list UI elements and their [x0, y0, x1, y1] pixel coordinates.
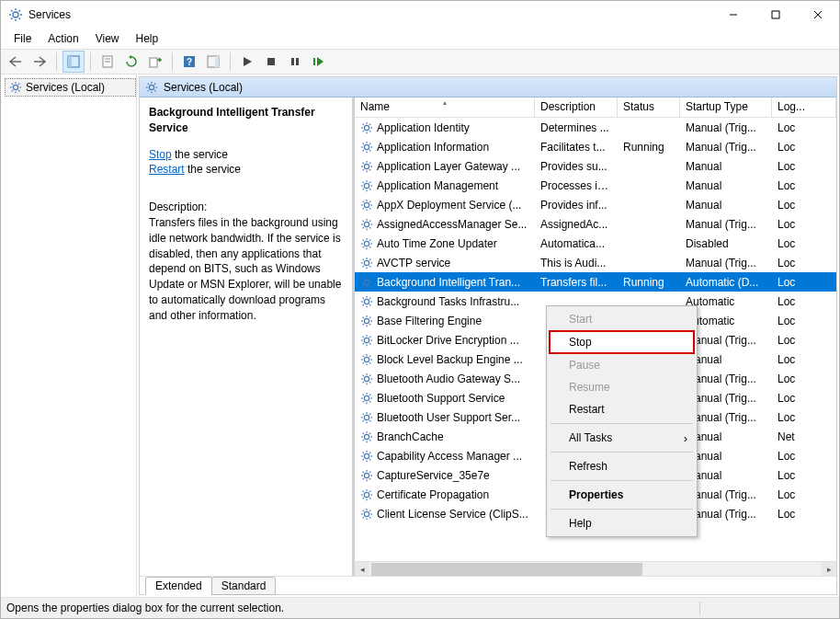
service-logon: Loc — [772, 411, 836, 424]
start-service-button[interactable] — [236, 51, 258, 73]
gear-icon — [360, 411, 373, 424]
service-row[interactable]: Application InformationFacilitates t...R… — [355, 137, 836, 156]
svg-rect-25 — [296, 58, 299, 65]
close-button[interactable] — [797, 1, 839, 29]
service-row[interactable]: Auto Time Zone UpdaterAutomatica...Disab… — [355, 234, 836, 253]
stop-service-button[interactable] — [260, 51, 282, 73]
scroll-track[interactable] — [369, 562, 822, 577]
menu-view[interactable]: View — [88, 30, 127, 47]
gear-icon — [360, 334, 373, 347]
context-menu-separator — [551, 423, 693, 424]
forward-button[interactable] — [28, 51, 51, 73]
show-hide-action-button[interactable] — [202, 51, 224, 73]
gear-icon — [360, 450, 373, 463]
service-row[interactable]: Application IdentityDetermines ...Manual… — [355, 118, 836, 137]
context-menu-separator — [551, 452, 693, 453]
context-menu-item-stop[interactable]: Stop — [549, 330, 695, 354]
back-button[interactable] — [5, 51, 27, 73]
gear-icon — [360, 430, 373, 443]
service-name: AppX Deployment Service (... — [377, 199, 521, 212]
detail-pane: Background Intelligent Transfer Service … — [140, 97, 355, 576]
svg-text:?: ? — [187, 57, 192, 67]
menu-file[interactable]: File — [6, 30, 39, 47]
context-menu-item-properties[interactable]: Properties — [549, 484, 695, 506]
tree-root[interactable]: Services (Local) — [5, 78, 136, 97]
view-tabs: Extended Standard — [140, 576, 836, 594]
help-button[interactable]: ? — [178, 51, 200, 73]
gear-icon — [360, 295, 373, 308]
service-name: Application Information — [377, 141, 489, 154]
service-logon: Loc — [772, 276, 836, 289]
column-status[interactable]: Status — [618, 97, 680, 117]
service-startup-type: Manual — [680, 179, 772, 192]
export-button[interactable] — [144, 51, 166, 73]
stop-suffix: the service — [172, 148, 228, 161]
service-row[interactable]: Application ManagementProcesses in...Man… — [355, 176, 836, 195]
service-description: Provides su... — [535, 160, 618, 173]
tab-extended[interactable]: Extended — [145, 577, 212, 595]
gear-icon — [360, 141, 373, 154]
service-name: Bluetooth User Support Ser... — [377, 411, 520, 424]
service-logon: Loc — [772, 315, 836, 327]
service-startup-type: Manual (Trig... — [680, 257, 772, 269]
service-name: Application Identity — [377, 121, 470, 134]
services-window: Services File Action View Help ? — [0, 0, 840, 619]
service-logon: Loc — [772, 121, 836, 134]
menu-action[interactable]: Action — [40, 30, 85, 47]
horizontal-scrollbar[interactable]: ◂ ▸ — [355, 561, 836, 576]
scroll-right-button[interactable]: ▸ — [822, 562, 836, 577]
service-logon: Loc — [772, 141, 836, 154]
toolbar-separator — [56, 52, 57, 71]
toolbar: ? — [1, 49, 839, 75]
gear-icon — [360, 373, 373, 385]
description-label: Description: — [149, 200, 343, 215]
context-menu-item-restart[interactable]: Restart — [549, 398, 695, 420]
column-name[interactable]: ▴Name — [355, 97, 535, 117]
service-name: Capability Access Manager ... — [377, 450, 522, 463]
service-description: This is Audi... — [535, 257, 618, 269]
service-description: Processes in... — [535, 179, 618, 192]
service-description: Determines ... — [535, 121, 618, 134]
context-menu-item-refresh[interactable]: Refresh — [549, 455, 695, 477]
service-logon: Loc — [772, 237, 836, 250]
service-description: Provides inf... — [535, 199, 618, 212]
scroll-thumb[interactable] — [371, 563, 642, 576]
service-row[interactable]: AppX Deployment Service (...Provides inf… — [355, 195, 836, 214]
restart-link[interactable]: Restart — [149, 163, 185, 176]
context-menu-item-all-tasks[interactable]: All Tasks — [549, 427, 695, 449]
service-row[interactable]: AssignedAccessManager Se...AssignedAc...… — [355, 214, 836, 234]
restart-service-button[interactable] — [308, 51, 330, 73]
gear-icon — [145, 81, 158, 94]
show-hide-tree-button[interactable] — [62, 51, 85, 73]
stop-link[interactable]: Stop — [149, 148, 172, 161]
minimize-button[interactable] — [712, 1, 755, 29]
tab-standard[interactable]: Standard — [211, 577, 277, 595]
maximize-button[interactable] — [755, 1, 797, 29]
column-startup-type[interactable]: Startup Type — [680, 97, 772, 117]
service-name: Base Filtering Engine — [377, 315, 482, 327]
column-log-on-as[interactable]: Log... — [772, 97, 836, 117]
service-row[interactable]: AVCTP serviceThis is Audi...Manual (Trig… — [355, 253, 836, 272]
service-description: Transfers fil... — [535, 276, 618, 289]
service-startup-type: Manual (Trig... — [680, 218, 772, 231]
service-logon: Loc — [772, 334, 836, 347]
service-name: Bluetooth Support Service — [377, 392, 505, 405]
service-logon: Loc — [772, 199, 836, 212]
refresh-button[interactable] — [120, 51, 142, 73]
properties-button[interactable] — [96, 51, 119, 73]
context-menu-item-start: Start — [549, 308, 695, 330]
service-name: Client License Service (ClipS... — [377, 508, 528, 521]
menu-help[interactable]: Help — [129, 30, 166, 47]
toolbar-separator — [230, 52, 231, 71]
service-row[interactable]: Application Layer Gateway ...Provides su… — [355, 156, 836, 176]
pause-service-button[interactable] — [284, 51, 306, 73]
scroll-left-button[interactable]: ◂ — [355, 562, 369, 577]
statusbar: Opens the properties dialog box for the … — [1, 598, 839, 618]
context-menu-item-help[interactable]: Help — [549, 512, 695, 534]
service-row[interactable]: Background Intelligent Tran...Transfers … — [355, 272, 836, 292]
list-header: ▴Name Description Status Startup Type Lo… — [355, 97, 836, 118]
service-name: BranchCache — [377, 430, 444, 443]
gear-icon — [360, 218, 373, 231]
titlebar: Services — [1, 1, 839, 29]
column-description[interactable]: Description — [535, 97, 618, 117]
